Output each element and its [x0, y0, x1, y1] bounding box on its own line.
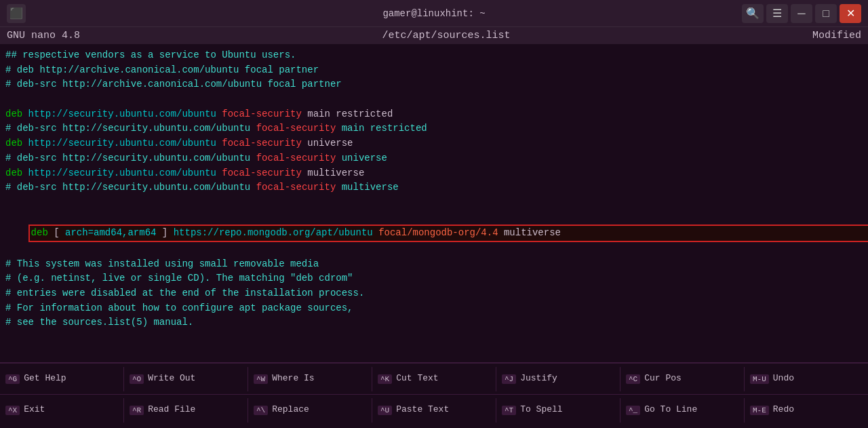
- shortcut-label-get-help: Get Help: [24, 372, 66, 385]
- shortcut-to-spell[interactable]: ^T To Spell: [496, 395, 620, 425]
- key-badge: ^O: [130, 374, 144, 384]
- editor-line: # (e.g. netinst, live or single CD). The…: [5, 271, 863, 286]
- editor-line: # entries were disabled at the end of th…: [5, 286, 863, 301]
- editor[interactable]: ## respective vendors as a service to Ub…: [0, 44, 868, 362]
- editor-line: deb http://security.ubuntu.com/ubuntu fo…: [5, 136, 863, 151]
- shortcut-keys-justify: ^J: [502, 374, 516, 384]
- shortcut-cut-text[interactable]: ^K Cut Text: [372, 364, 496, 394]
- shortcut-label-undo: Undo: [773, 372, 794, 385]
- shortcut-keys-cur-pos: ^C: [626, 374, 640, 384]
- shortcut-undo[interactable]: M-U Undo: [745, 364, 868, 394]
- editor-line-highlighted: deb [ arch=amd64,arm64 ] https://repo.mo…: [5, 210, 863, 257]
- shortcut-keys-replace: ^\: [254, 406, 268, 415]
- shortcut-label-read-file: Read File: [148, 404, 195, 416]
- shortcut-read-file[interactable]: ^R Read File: [124, 395, 248, 425]
- shortcut-label-go-to-line: Go To Line: [644, 404, 697, 416]
- shortcut-keys-paste-text: ^U: [378, 406, 392, 415]
- shortcut-label-exit: Exit: [24, 404, 45, 416]
- shortcut-bar: ^G Get Help ^O Write Out ^W Where Is: [0, 362, 868, 423]
- shortcut-label-to-spell: To Spell: [520, 404, 562, 416]
- maximize-button[interactable]: □: [815, 4, 837, 23]
- shortcut-label-justify: Justify: [520, 372, 557, 385]
- key-badge: M-U: [750, 374, 769, 384]
- shortcut-label-redo: Redo: [773, 404, 794, 416]
- key-badge: ^X: [5, 406, 20, 415]
- shortcut-keys-where-is: ^W: [254, 374, 268, 384]
- key-badge: ^J: [502, 374, 516, 384]
- editor-line: # deb-src http://security.ubuntu.com/ubu…: [5, 180, 863, 195]
- shortcut-get-help[interactable]: ^G Get Help: [0, 364, 123, 394]
- editor-line: # For information about how to configure…: [5, 301, 863, 316]
- key-badge: ^C: [626, 374, 640, 384]
- titlebar-title: gamer@linuxhint: ~: [382, 8, 485, 19]
- nano-status: Modified: [812, 30, 861, 41]
- shortcut-label-cut-text: Cut Text: [396, 372, 438, 385]
- shortcut-redo[interactable]: M-E Redo: [745, 395, 868, 425]
- search-button[interactable]: 🔍: [742, 4, 764, 23]
- shortcut-keys-exit: ^X: [5, 406, 20, 415]
- shortcut-keys-redo: M-E: [750, 406, 769, 415]
- editor-line: [5, 92, 863, 107]
- key-badge: ^K: [378, 374, 392, 384]
- shortcut-where-is[interactable]: ^W Where Is: [248, 364, 372, 394]
- shortcut-row-1: ^G Get Help ^O Write Out ^W Where Is: [0, 364, 868, 394]
- shortcut-keys-go-to-line: ^_: [626, 406, 640, 415]
- shortcut-replace[interactable]: ^\ Replace: [248, 395, 372, 425]
- close-button[interactable]: ✕: [840, 4, 861, 23]
- editor-line: # This system was installed using small …: [5, 257, 863, 272]
- editor-line: [5, 195, 863, 210]
- titlebar-left: ⬛: [7, 4, 26, 23]
- shortcut-label-cur-pos: Cur Pos: [644, 372, 682, 385]
- shortcut-label-replace: Replace: [272, 404, 309, 416]
- shortcut-label-write-out: Write Out: [148, 372, 195, 385]
- nano-file: /etc/apt/sources.list: [382, 30, 510, 41]
- editor-line: deb http://security.ubuntu.com/ubuntu fo…: [5, 107, 863, 122]
- editor-line: # deb-src http://security.ubuntu.com/ubu…: [5, 151, 863, 166]
- key-badge: ^G: [5, 374, 20, 384]
- minimize-button[interactable]: ─: [791, 4, 812, 23]
- shortcut-label-where-is: Where Is: [272, 372, 314, 385]
- shortcut-keys-write-out: ^O: [130, 374, 144, 384]
- editor-line: ## respective vendors as a service to Ub…: [5, 48, 863, 63]
- shortcut-go-to-line[interactable]: ^_ Go To Line: [620, 395, 744, 425]
- key-badge: ^R: [130, 406, 144, 415]
- key-badge: ^W: [254, 374, 268, 384]
- editor-line: deb http://security.ubuntu.com/ubuntu fo…: [5, 166, 863, 181]
- shortcut-exit[interactable]: ^X Exit: [0, 395, 123, 425]
- editor-line: # deb http://archive.canonical.com/ubunt…: [5, 63, 863, 78]
- nano-header: GNU nano 4.8 /etc/apt/sources.list Modif…: [0, 27, 868, 44]
- shortcut-keys-get-help: ^G: [5, 374, 20, 384]
- shortcut-paste-text[interactable]: ^U Paste Text: [372, 395, 496, 425]
- nano-version: GNU nano 4.8: [7, 30, 80, 41]
- titlebar: ⬛ gamer@linuxhint: ~ 🔍 ☰ ─ □ ✕: [0, 0, 868, 27]
- editor-line: # deb-src http://archive.canonical.com/u…: [5, 77, 863, 92]
- key-badge: M-E: [750, 406, 769, 415]
- shortcut-keys-read-file: ^R: [130, 406, 144, 415]
- shortcut-row-2: ^X Exit ^R Read File ^\ Replace: [0, 395, 868, 425]
- shortcut-write-out[interactable]: ^O Write Out: [124, 364, 248, 394]
- key-badge: ^U: [378, 406, 392, 415]
- shortcut-keys-undo: M-U: [750, 374, 769, 384]
- shortcut-label-paste-text: Paste Text: [396, 404, 449, 416]
- editor-line: # see the sources.list(5) manual.: [5, 315, 863, 330]
- shortcut-keys-to-spell: ^T: [502, 406, 516, 415]
- key-badge: ^T: [502, 406, 516, 415]
- shortcut-keys-cut-text: ^K: [378, 374, 392, 384]
- menu-button[interactable]: ☰: [766, 4, 788, 23]
- shortcut-justify[interactable]: ^J Justify: [496, 364, 620, 394]
- titlebar-controls: 🔍 ☰ ─ □ ✕: [742, 4, 861, 23]
- shortcut-cur-pos[interactable]: ^C Cur Pos: [620, 364, 744, 394]
- app-icon: ⬛: [7, 4, 26, 23]
- key-badge: ^_: [626, 406, 640, 415]
- key-badge: ^\: [254, 406, 268, 415]
- editor-line: # deb-src http://security.ubuntu.com/ubu…: [5, 121, 863, 136]
